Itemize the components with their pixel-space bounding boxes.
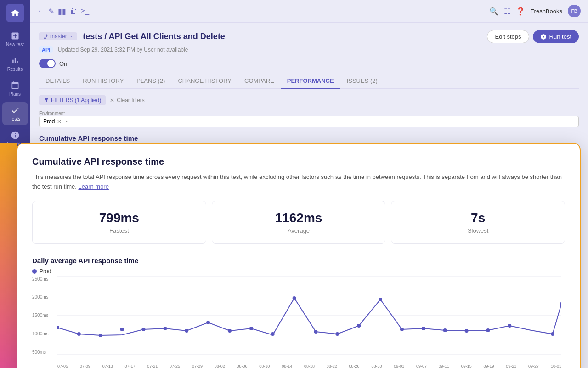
branch-tag[interactable]: master: [39, 32, 77, 40]
chart-container: 2500ms 2000ms 1500ms 1000ms 500ms: [32, 276, 565, 368]
copy-icon[interactable]: ▮▮: [58, 7, 66, 16]
help-icon[interactable]: ❓: [516, 7, 525, 16]
x-09-03: 09-03: [394, 364, 404, 368]
chart-svg: [57, 276, 561, 355]
x-10-01: 10-01: [551, 364, 561, 368]
svg-point-17: [314, 330, 317, 334]
x-07-25: 07-25: [170, 364, 180, 368]
stat-slowest-label: Slowest: [401, 227, 555, 234]
env-select[interactable]: Prod: [39, 116, 579, 127]
tab-plans[interactable]: PLANS (2): [130, 74, 171, 89]
run-label: Run test: [549, 33, 571, 40]
svg-point-21: [400, 328, 404, 331]
svg-point-28: [560, 302, 561, 306]
title-area: master tests / API Get All Clients and D…: [39, 32, 225, 41]
chart-title: Daily average API response time: [32, 257, 565, 264]
branch-label: master: [50, 33, 67, 40]
sidebar-item-new-test[interactable]: New test: [2, 28, 28, 51]
modal-title: Cumulative API response time: [32, 156, 565, 167]
svg-point-23: [443, 328, 447, 332]
filters-label: FILTERS (1 Applied): [51, 97, 101, 104]
env-label: Environment: [39, 111, 579, 116]
svg-point-22: [422, 327, 425, 330]
modal-learn-more-link[interactable]: Learn more: [78, 183, 108, 190]
x-08-18: 08-18: [304, 364, 315, 368]
page-header: master tests / API Get All Clients and D…: [39, 30, 579, 53]
tab-details[interactable]: DETAILS: [39, 74, 76, 89]
tab-run-history[interactable]: RUN HISTORY: [76, 74, 130, 89]
sidebar-item-tests-label: Tests: [10, 116, 20, 121]
edit-icon[interactable]: ✎: [48, 7, 54, 16]
y-label-0: 2500ms: [32, 276, 55, 282]
legend-label: Prod: [40, 268, 51, 275]
y-label-4: 500ms: [32, 350, 55, 355]
bg-section-title: Cumulative API response time: [39, 134, 579, 142]
delete-icon[interactable]: 🗑: [70, 7, 77, 15]
active-toggle[interactable]: [39, 59, 56, 68]
edit-steps-button[interactable]: Edit steps: [487, 30, 529, 43]
svg-point-10: [163, 327, 167, 330]
legend-dot: [32, 269, 37, 274]
sidebar-item-tests[interactable]: Tests: [2, 102, 28, 125]
env-value: Prod: [43, 118, 55, 125]
user-label[interactable]: FreshBooks: [531, 8, 562, 15]
back-icon[interactable]: ←: [37, 7, 45, 15]
svg-point-7: [99, 334, 102, 337]
svg-point-15: [271, 332, 275, 336]
filter-icon[interactable]: ☷: [504, 7, 510, 16]
home-icon[interactable]: [6, 4, 24, 22]
svg-point-20: [379, 298, 382, 301]
topbar-right: 🔍 ☷ ❓ FreshBooks FB: [489, 5, 581, 17]
tab-change-history[interactable]: CHANGE HISTORY: [171, 74, 238, 89]
topbar-left: ← ✎ ▮▮ 🗑 >_: [37, 7, 89, 16]
svg-point-5: [57, 326, 59, 329]
stat-slowest: 7s Slowest: [391, 201, 565, 244]
user-avatar[interactable]: FB: [568, 5, 581, 17]
terminal-icon[interactable]: >_: [81, 7, 89, 15]
chart-legend: Prod: [32, 268, 565, 275]
run-test-button[interactable]: Run test: [533, 30, 579, 43]
svg-point-18: [335, 332, 339, 336]
sidebar-item-results[interactable]: Results: [2, 52, 28, 75]
stat-average: 1162ms Average: [212, 201, 386, 244]
x-07-21: 07-21: [147, 364, 158, 368]
page-meta: Updated Sep 29, 2021 3:32 PM by User not…: [58, 46, 188, 53]
tab-compare[interactable]: COMPARE: [238, 74, 281, 89]
svg-point-12: [206, 321, 210, 324]
search-icon[interactable]: 🔍: [489, 7, 498, 16]
x-09-07: 09-07: [416, 364, 427, 368]
x-07-05: 07-05: [57, 364, 68, 368]
env-select-wrap: Environment Prod: [39, 111, 579, 127]
tab-issues[interactable]: ISSUES (2): [340, 74, 384, 89]
y-label-1: 2000ms: [32, 294, 55, 299]
svg-point-14: [249, 327, 253, 330]
svg-point-9: [141, 328, 145, 331]
x-08-06: 08-06: [237, 364, 248, 368]
chart-x-axis: 07-05 07-09 07-13 07-17 07-21 07-25 07-2…: [57, 357, 561, 368]
sidebar-item-results-label: Results: [7, 67, 23, 72]
x-09-19: 09-19: [483, 364, 494, 368]
chart-y-axis: 2500ms 2000ms 1500ms 1000ms 500ms: [32, 276, 55, 355]
clear-filters-button[interactable]: Clear filters: [109, 97, 145, 104]
stats-row: 799ms Fastest 1162ms Average 7s Slowest: [32, 201, 565, 244]
clear-filters-label: Clear filters: [117, 97, 145, 104]
topbar: ← ✎ ▮▮ 🗑 >_ 🔍 ☷ ❓ FreshBooks FB: [30, 0, 588, 23]
stat-slowest-value: 7s: [401, 211, 555, 225]
stat-fastest-value: 799ms: [42, 211, 197, 225]
svg-point-19: [357, 324, 361, 328]
x-09-15: 09-15: [461, 364, 472, 368]
modal-overlay: Cumulative API response time This measur…: [17, 143, 581, 368]
x-07-17: 07-17: [124, 364, 135, 368]
y-label-2: 1500ms: [32, 313, 55, 318]
x-08-30: 08-30: [371, 364, 382, 368]
sidebar-item-plans[interactable]: Plans: [2, 77, 28, 100]
svg-point-25: [486, 328, 490, 332]
filters-badge[interactable]: FILTERS (1 Applied): [39, 95, 106, 105]
x-09-11: 09-11: [439, 364, 449, 368]
toggle-label: On: [59, 60, 67, 67]
svg-point-27: [551, 332, 554, 336]
toggle-row: On: [39, 59, 579, 68]
tab-performance[interactable]: PERFORMANCE: [281, 74, 340, 89]
svg-point-11: [185, 329, 188, 333]
sidebar-item-plans-label: Plans: [9, 92, 21, 97]
